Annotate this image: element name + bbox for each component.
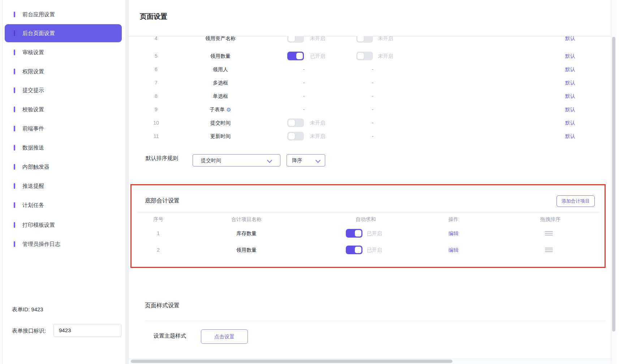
- sidebar-left-edge: [2, 0, 3, 364]
- row-index: 1: [148, 227, 168, 240]
- list-display-toggle[interactable]: [287, 132, 304, 140]
- autosum-toggle[interactable]: [346, 246, 362, 254]
- search-setting-toggle[interactable]: [356, 36, 373, 43]
- summary-header-index: 序号: [148, 216, 168, 222]
- item-tick-icon: [14, 12, 15, 17]
- chevron-down-icon: [315, 158, 321, 163]
- item-tick-icon: [14, 49, 15, 55]
- page-settings-app: 前台应用设置 后台页面设置 审核设置 权限设置 提交提示 校验设置 前端事件 数…: [0, 0, 619, 364]
- search-setting-cell: -: [353, 103, 447, 116]
- sidebar-item-4[interactable]: 权限设置: [5, 62, 122, 81]
- chevron-down-icon: [267, 158, 272, 163]
- search-setting-cell: -: [353, 76, 447, 89]
- edit-link[interactable]: 编辑: [439, 227, 468, 240]
- add-summary-item-button[interactable]: 添加合计项目: [556, 195, 595, 207]
- empty-dash: -: [353, 90, 392, 103]
- sidebar-item-7[interactable]: 前端事件: [5, 120, 122, 138]
- panel-divider: [126, 0, 129, 364]
- empty-dash: -: [284, 63, 324, 76]
- style-divider: [145, 321, 606, 321]
- toggle-state-label: 已开启: [367, 243, 382, 256]
- sidebar-item-label: 内部触发器: [22, 158, 50, 176]
- item-tick-icon: [14, 202, 15, 208]
- autosum-toggle[interactable]: [346, 229, 362, 238]
- sidebar-item-11[interactable]: 计划任务: [5, 196, 122, 214]
- toggle-state-label: 未开启: [378, 49, 393, 62]
- table-row: 8 单选框 - - 默认 - 删除: [129, 90, 611, 103]
- default-sort-rule-label: 默认排序规则: [146, 155, 178, 162]
- item-tick-icon: [14, 107, 15, 112]
- summary-divider: [137, 212, 599, 212]
- summary-row: 1 库存数量 已开启 编辑: [0, 227, 619, 240]
- sidebar-item-label: 提交提示: [22, 81, 44, 99]
- sidebar-item-5[interactable]: 提交提示: [5, 81, 122, 99]
- table-row: 11 更新时间 未开启 - 默认 重命名 删除: [129, 130, 611, 143]
- field-name: 多选框: [173, 76, 267, 89]
- sort-field-value: 提交时间: [201, 157, 221, 163]
- table-row: 10 提交时间 未开启 - 默认 重命名 删除: [129, 116, 611, 129]
- sidebar-item-3[interactable]: 审核设置: [5, 43, 122, 61]
- sidebar-item-label: 推送提醒: [22, 177, 44, 195]
- empty-dash: -: [284, 76, 324, 89]
- item-tick-icon: [14, 87, 15, 93]
- sidebar-item-9[interactable]: 内部触发器: [5, 158, 122, 176]
- summary-header-action: 操作: [439, 216, 468, 222]
- sidebar-item-label: 前台应用设置: [22, 5, 55, 23]
- summary-item-name: 领用数量: [218, 243, 275, 256]
- theme-style-button[interactable]: 点击设置: [201, 329, 248, 344]
- default-link[interactable]: 默认: [556, 63, 585, 76]
- sidebar-item-label: 数据推送: [22, 139, 44, 157]
- drag-handle-icon[interactable]: [545, 231, 553, 235]
- empty-dash: -: [353, 63, 392, 76]
- default-link[interactable]: 默认: [556, 49, 585, 62]
- drag-handle-icon[interactable]: [545, 248, 553, 252]
- default-link[interactable]: 默认: [556, 90, 585, 103]
- item-tick-icon: [14, 183, 15, 189]
- edit-link[interactable]: 编辑: [439, 243, 468, 256]
- form-api-label: 表单接口标识:: [12, 328, 46, 334]
- horizontal-scrollbar-thumb[interactable]: [131, 360, 452, 363]
- sidebar-item-1[interactable]: 前台应用设置: [5, 5, 122, 23]
- default-link[interactable]: 默认: [556, 116, 585, 129]
- fields-table: 4 领用资产名称 未开启 未开启 默认 - 删除 5 领用数量 已开启 未开启 …: [129, 36, 611, 143]
- sidebar-item-label: 前端事件: [22, 120, 44, 138]
- empty-dash: -: [353, 103, 392, 116]
- list-display-toggle[interactable]: [287, 52, 304, 60]
- row-index: 7: [145, 76, 168, 89]
- default-link[interactable]: 默认: [556, 36, 585, 45]
- summary-section-title: 底部合计设置: [145, 197, 180, 205]
- empty-dash: -: [353, 116, 392, 129]
- table-row: 9 子表单⚙ - - 默认 - 删除: [129, 103, 611, 116]
- sidebar-item-6[interactable]: 校验设置: [5, 100, 122, 118]
- toggle-state-label: 未开启: [310, 130, 325, 143]
- row-index: 4: [145, 36, 168, 45]
- sidebar-item-8[interactable]: 数据推送: [5, 139, 122, 157]
- search-setting-cell: -: [353, 90, 447, 103]
- sidebar-item-10[interactable]: 推送提醒: [5, 177, 122, 195]
- field-name: 单选框: [173, 90, 267, 103]
- table-row: 7 多选框 - - 默认 - 删除: [129, 76, 611, 89]
- form-api-input[interactable]: 9423: [53, 324, 121, 337]
- field-name: 领用资产名称: [173, 36, 267, 45]
- empty-dash: -: [353, 130, 392, 143]
- default-link[interactable]: 默认: [556, 130, 585, 143]
- sort-field-dropdown[interactable]: 提交时间: [193, 154, 280, 166]
- sidebar-item-label: 计划任务: [22, 196, 44, 214]
- sidebar-item-2[interactable]: 后台页面设置: [5, 24, 122, 42]
- search-setting-cell: -: [353, 116, 447, 129]
- style-section-title: 页面样式设置: [145, 302, 180, 309]
- summary-header-autosum: 自动求和: [344, 216, 387, 222]
- default-link[interactable]: 默认: [556, 76, 585, 89]
- vertical-scrollbar-thumb[interactable]: [612, 37, 615, 332]
- search-setting-toggle[interactable]: [356, 52, 373, 60]
- toggle-state-label: 已开启: [367, 227, 382, 240]
- search-setting-cell: -: [353, 63, 447, 76]
- default-link[interactable]: 默认: [556, 103, 585, 116]
- summary-row: 2 领用数量 已开启 编辑: [0, 243, 619, 256]
- sort-order-dropdown[interactable]: 降序: [287, 154, 325, 166]
- list-display-toggle[interactable]: [287, 118, 304, 127]
- toggle-state-label: 未开启: [310, 116, 325, 129]
- list-display-toggle[interactable]: [287, 36, 304, 43]
- toggle-state-label: 未开启: [310, 36, 325, 45]
- gear-icon[interactable]: ⚙: [226, 107, 231, 113]
